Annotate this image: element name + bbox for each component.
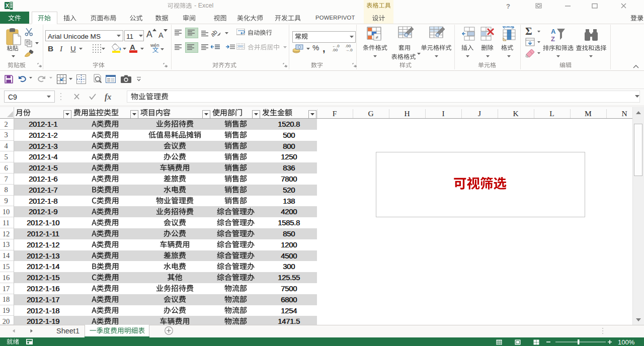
- svg-text:A: A: [551, 28, 556, 35]
- svg-text:X: X: [6, 3, 10, 9]
- svg-text:.00: .00: [332, 48, 338, 52]
- svg-text:Σ: Σ: [525, 26, 532, 37]
- svg-text:fx: fx: [105, 93, 111, 102]
- svg-text:ab: ab: [211, 28, 219, 37]
- svg-text:?: ?: [506, 3, 510, 9]
- svg-text:≠: ≠: [375, 34, 378, 40]
- svg-text:→.0: →.0: [345, 48, 353, 52]
- svg-text:Z: Z: [551, 35, 555, 42]
